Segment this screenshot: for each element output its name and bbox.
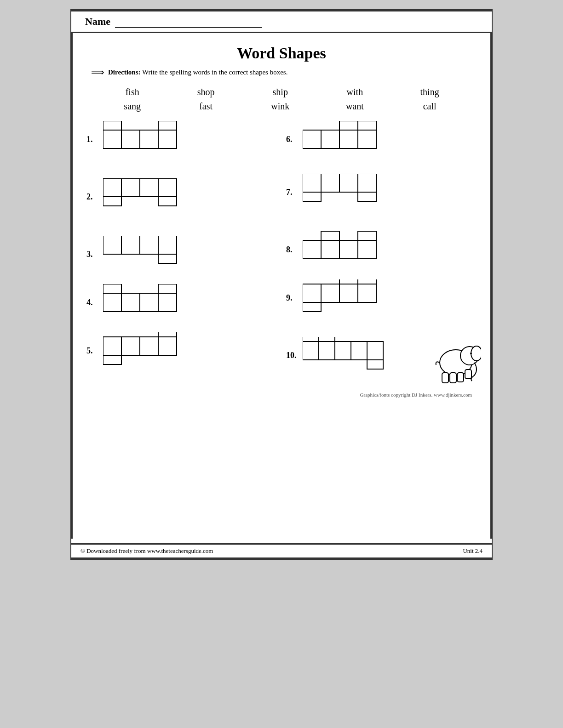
name-input-line (115, 15, 262, 28)
exercise-9: 9. (286, 279, 477, 325)
svg-rect-55 (303, 341, 319, 360)
exercise-6: 6. (286, 121, 477, 162)
word-col-3: ship wink (271, 87, 289, 112)
ex-num-10: 10. (286, 337, 299, 360)
ex-num-4: 4. (86, 284, 99, 307)
svg-rect-61 (367, 341, 383, 360)
directions-section: ⟹ Directions: Write the spelling words i… (91, 67, 477, 78)
svg-rect-26 (121, 337, 140, 355)
word-fast: fast (199, 101, 213, 112)
svg-rect-32 (339, 130, 358, 148)
word-fish: fish (126, 87, 139, 97)
svg-rect-42 (303, 240, 321, 259)
svg-rect-21 (140, 293, 158, 312)
page-title: Word Shapes (86, 45, 477, 62)
word-col-5: thing call (420, 87, 439, 112)
unit-label: Unit 2.4 (463, 547, 483, 555)
svg-rect-23 (158, 284, 177, 293)
word-want: want (346, 101, 364, 112)
svg-rect-13 (121, 236, 140, 254)
name-label: Name (85, 16, 110, 28)
svg-rect-12 (103, 236, 121, 254)
shape-9 (303, 279, 399, 325)
shape-10 (303, 337, 399, 378)
svg-rect-40 (358, 174, 376, 192)
svg-rect-3 (140, 130, 158, 148)
ex-num-1: 1. (86, 121, 99, 144)
svg-rect-22 (158, 293, 177, 312)
ex-num-5: 5. (86, 332, 99, 356)
exercise-1: 1. (86, 121, 277, 167)
ex-num-6: 6. (286, 121, 299, 144)
svg-rect-8 (121, 178, 140, 197)
svg-rect-25 (103, 355, 121, 364)
word-col-2: shop fast (197, 87, 215, 112)
svg-rect-31 (321, 130, 339, 148)
svg-rect-1 (103, 121, 121, 130)
svg-rect-51 (339, 284, 358, 302)
svg-rect-49 (303, 302, 321, 312)
word-sang: sang (124, 101, 141, 112)
right-exercises: 6. 7. (286, 121, 477, 383)
svg-rect-48 (303, 284, 321, 302)
svg-rect-50 (321, 284, 339, 302)
svg-point-65 (471, 346, 481, 361)
svg-rect-2 (121, 130, 140, 148)
word-col-4: with want (346, 87, 364, 112)
svg-rect-5 (158, 121, 177, 130)
svg-rect-9 (140, 178, 158, 197)
svg-rect-4 (158, 130, 177, 148)
exercise-4: 4. (86, 284, 277, 321)
shape-1 (103, 121, 190, 167)
left-exercises: 1. (86, 121, 277, 383)
name-section: Name (71, 10, 492, 33)
main-content: Word Shapes ⟹ Directions: Write the spel… (71, 33, 492, 539)
worksheet-page: Name Word Shapes ⟹ Directions: Write the… (70, 9, 493, 560)
shape-3 (103, 236, 200, 273)
elephant-decoration (431, 340, 481, 387)
svg-rect-11 (158, 197, 177, 206)
word-ship: ship (273, 87, 288, 97)
svg-rect-35 (358, 121, 376, 130)
svg-rect-69 (457, 373, 464, 382)
word-list: fish sang shop fast ship wink with want … (96, 87, 467, 112)
downloaded-text: © Downloaded freely from www.theteachers… (80, 547, 213, 555)
word-wink: wink (271, 101, 289, 112)
word-thing: thing (420, 87, 439, 97)
word-with: with (347, 87, 363, 97)
svg-rect-60 (351, 341, 367, 360)
shape-4 (103, 284, 200, 321)
svg-rect-46 (358, 240, 376, 259)
svg-rect-43 (321, 240, 339, 259)
svg-rect-33 (339, 121, 358, 130)
exercise-3: 3. (86, 236, 277, 273)
svg-rect-39 (339, 174, 358, 192)
ex-num-8: 8. (286, 231, 299, 255)
svg-point-66 (470, 353, 472, 354)
svg-rect-47 (358, 231, 376, 240)
svg-rect-52 (339, 279, 358, 284)
exercise-2: 2. (86, 178, 277, 224)
ex-num-7: 7. (286, 174, 299, 197)
svg-rect-19 (103, 284, 121, 293)
svg-rect-58 (319, 337, 335, 341)
svg-rect-44 (321, 231, 339, 240)
shape-7 (303, 174, 399, 220)
word-call: call (423, 101, 437, 112)
bottom-bar: © Downloaded freely from www.theteachers… (71, 543, 492, 559)
exercise-5: 5. (86, 332, 277, 374)
svg-rect-34 (358, 130, 376, 148)
svg-rect-68 (450, 373, 456, 383)
svg-rect-53 (358, 284, 376, 302)
svg-rect-10 (158, 178, 177, 197)
copyright-text: Graphics/fonts copyright DJ Inkers. www.… (360, 392, 472, 398)
ex-num-9: 9. (286, 279, 299, 303)
svg-rect-37 (303, 192, 321, 201)
svg-rect-16 (158, 236, 177, 254)
svg-rect-70 (465, 370, 471, 379)
svg-rect-54 (358, 279, 376, 284)
svg-rect-29 (158, 332, 177, 337)
svg-rect-6 (103, 178, 121, 197)
shape-2 (103, 178, 190, 224)
shape-5 (103, 332, 200, 374)
